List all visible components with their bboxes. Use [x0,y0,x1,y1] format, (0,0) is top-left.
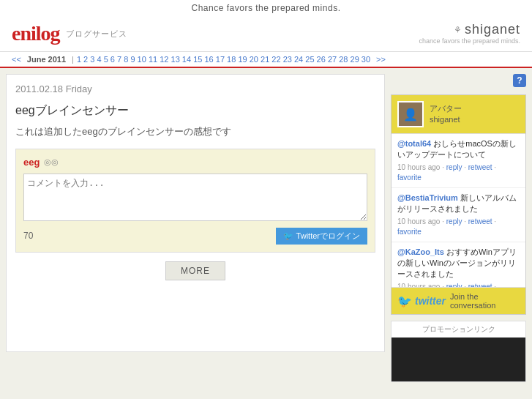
tweet-time: 10 hours ago [397,217,440,225]
shiganet-brand-block: ⚘ shiganet chance favors the prepared mi… [419,22,520,45]
nav-day-28[interactable]: 28 [339,55,348,64]
tweet-user[interactable]: @BestiaTrivium [397,193,460,202]
nav-day-9[interactable]: 9 [130,55,135,64]
twitter-login-button[interactable]: 🐦 Twitterでログイン [276,228,367,245]
tweet-action-reply[interactable]: reply [446,283,462,287]
twitter-logo-text: twitter [415,295,446,307]
nav-day-23[interactable]: 23 [283,55,292,64]
shiganet-icon: ⚘ [454,25,462,35]
nav-day-15[interactable]: 15 [193,55,202,64]
avatar-icon: 👤 [403,108,418,122]
tweet-item: @BestiaTrivium 新しいアルバムがリリースされました10 hours… [391,188,525,242]
tweet-meta: 10 hours ago · reply · retweet · favorit… [397,217,520,237]
nav-next[interactable]: >> [376,55,386,64]
header: enilog ブログサービス ⚘ shiganet chance favors … [0,16,532,52]
tw-user-info: アバター shiganet [430,103,462,126]
tw-handle[interactable]: shiganet [430,114,462,125]
avatar: 👤 [397,101,424,127]
tweet-action-reply[interactable]: reply [446,217,462,225]
comment-header: eeg ◎◎ [23,157,367,168]
tweet-time: 10 hours ago [397,283,440,287]
nav-day-27[interactable]: 27 [328,55,337,64]
logo-subtitle: ブログサービス [66,29,127,40]
content-date: 2011.02.18 Friday [15,83,375,94]
content-title: eegブレインセンサー [15,103,375,119]
nav-day-16[interactable]: 16 [204,55,213,64]
tweet-user[interactable]: @total64 [397,139,433,148]
site-logo[interactable]: enilog [12,22,60,45]
promo-image [391,338,525,381]
tweet-item: @total64 おしらせmacOSの新しいアップデートについて10 hours… [391,134,525,188]
comment-footer: 70 🐦 Twitterでログイン [23,228,367,245]
nav-day-4[interactable]: 4 [97,55,101,64]
tweet-action-reply[interactable]: reply [446,163,462,171]
content-area: 2011.02.18 Friday eegブレインセンサー これは追加したeeg… [6,74,385,352]
more-button[interactable]: MORE [165,261,225,280]
nav-day-30[interactable]: 30 [361,55,370,64]
comment-icons: ◎◎ [44,157,59,167]
tweet-action-retweet[interactable]: retweet [468,217,492,225]
comment-section: eeg ◎◎ 70 🐦 Twitterでログイン [15,149,375,253]
tweet-user[interactable]: @KaZoo_Its [397,247,446,256]
nav-day-26[interactable]: 26 [317,55,326,64]
eeg-label: eeg [23,157,40,168]
content-body: これは追加したeegのブレインセンサーの感想です [15,124,375,140]
tweet-meta: 10 hours ago · reply · retweet · favorit… [397,163,520,183]
twitter-bird-logo: 🐦 [397,294,412,308]
nav-day-24[interactable]: 24 [294,55,303,64]
tweet-action-retweet[interactable]: retweet [468,163,492,171]
tw-tweets-list[interactable]: @total64 おしらせmacOSの新しいアップデートについて10 hours… [391,133,525,287]
nav-day-10[interactable]: 10 [138,55,146,64]
sidebar-promo: プロモーションリンク [391,321,526,382]
more-button-wrap: MORE [15,261,375,280]
nav-separator2: | [72,55,74,64]
main-layout: 2011.02.18 Friday eegブレインセンサー これは追加したeeg… [0,68,532,388]
nav-day-25[interactable]: 25 [305,55,314,64]
nav-day-12[interactable]: 12 [160,55,168,64]
sidebar: ? 👤 アバター shiganet @total64 おしらせmacOSの新しい… [391,74,526,382]
twitter-bird-icon: 🐦 [283,231,293,241]
nav-day-20[interactable]: 20 [250,55,258,64]
nav-month-year: June 2011 [27,55,66,64]
comment-textarea[interactable] [23,174,367,221]
tw-display-name: アバター [430,103,462,114]
char-count: 70 [23,231,33,241]
shiganet-name[interactable]: shiganet [465,22,520,37]
join-conversation-text[interactable]: Join the conversation [450,292,520,310]
nav-day-5[interactable]: 5 [104,55,108,64]
top-banner: Chance favors the prepared minds. [0,0,532,16]
nav-day-13[interactable]: 13 [171,55,180,64]
nav-day-17[interactable]: 17 [216,55,225,64]
tw-footer: 🐦 twitter Join the conversation [391,287,525,314]
help-icon-wrap: ? [391,74,526,87]
nav-day-14[interactable]: 14 [182,55,191,64]
nav-day-19[interactable]: 19 [238,55,247,64]
nav-day-18[interactable]: 18 [227,55,236,64]
tweet-time: 10 hours ago [397,163,440,171]
twitter-widget: 👤 アバター shiganet @total64 おしらせmacOSの新しいアッ… [391,94,526,315]
tw-header: 👤 アバター shiganet [391,95,525,133]
nav-bar: << June 2011 | 1 2 3 4 5 6 7 8 9 10 11 1… [0,52,532,68]
nav-prev[interactable]: << [12,55,21,64]
shiganet-tagline: chance favors the prepared minds. [419,37,520,45]
tweet-meta: 10 hours ago · reply · retweet · favorit… [397,282,520,287]
tweet-item: @KaZoo_Its おすすめWinアプリの新しいWinのバージョンがリリースさ… [391,242,525,287]
nav-days: 1 2 3 4 5 6 7 8 9 10 11 12 13 14 15 16 1… [77,55,370,64]
banner-tagline: Chance favors the prepared minds. [192,3,341,13]
tweet-action-retweet[interactable]: retweet [468,283,492,287]
promo-text: プロモーションリンク [391,321,525,338]
tweet-action-favorite[interactable]: favorite [397,228,422,236]
nav-day-11[interactable]: 11 [149,55,157,64]
nav-day-22[interactable]: 22 [271,55,280,64]
help-icon[interactable]: ? [513,74,526,87]
nav-day-21[interactable]: 21 [261,55,269,64]
nav-day-29[interactable]: 29 [351,55,359,64]
tweet-action-favorite[interactable]: favorite [397,174,422,182]
